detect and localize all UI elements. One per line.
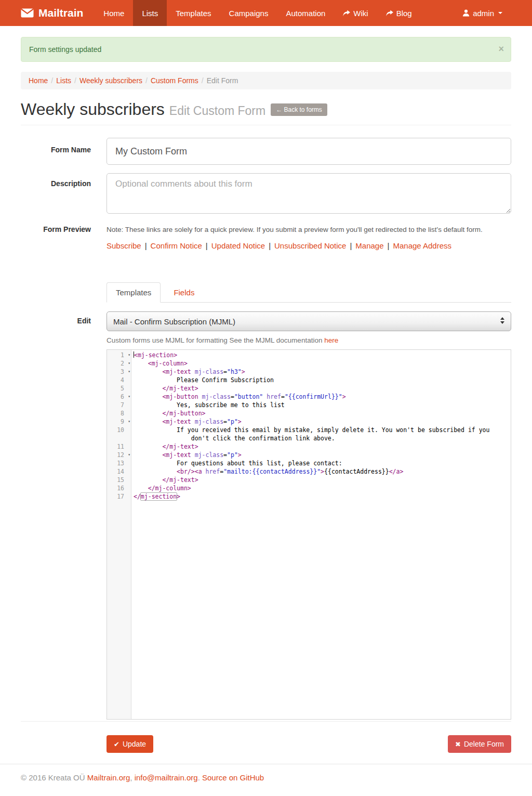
back-to-forms-button[interactable]: ← Back to forms xyxy=(271,103,327,116)
delete-form-button[interactable]: ✖ Delete Form xyxy=(448,735,511,753)
footer-separator: . xyxy=(198,773,200,782)
line-number: 1▾ xyxy=(107,351,131,359)
update-button-label: Update xyxy=(123,740,146,748)
fold-arrow-icon[interactable]: ▾ xyxy=(128,417,130,426)
email-link[interactable]: info@mailtrain.org xyxy=(135,773,198,782)
breadcrumb-weekly-subscribers[interactable]: Weekly subscribers xyxy=(79,76,142,85)
breadcrumb-home[interactable]: Home xyxy=(29,76,48,85)
update-button[interactable]: ✔ Update xyxy=(107,735,153,753)
form-name-input[interactable] xyxy=(107,138,511,165)
code-text: </mj-text> xyxy=(131,384,511,393)
nav-item-label: Templates xyxy=(176,9,211,18)
code-text: </mj-text> xyxy=(131,442,511,451)
code-line[interactable]: 14 <br/><a href="mailto:{{contactAddress… xyxy=(107,467,511,476)
description-textarea[interactable] xyxy=(107,173,511,214)
code-text: If you received this email by mistake, s… xyxy=(131,426,511,442)
tab-fields[interactable]: Fields xyxy=(164,282,204,303)
pipe-separator: | xyxy=(346,241,355,250)
nav-item-label: Lists xyxy=(142,9,158,18)
nav-item-label: Campaigns xyxy=(229,9,269,18)
close-icon[interactable]: × xyxy=(498,44,504,55)
code-line[interactable]: 10 If you received this email by mistake… xyxy=(107,426,511,442)
nav-item-label: Automation xyxy=(286,9,325,18)
breadcrumb-separator: / xyxy=(71,76,79,85)
code-text: </mj-column> xyxy=(131,484,511,492)
line-number: 15 xyxy=(107,476,131,484)
code-line[interactable]: 9▾ <mj-text mj-class="p"> xyxy=(107,417,511,426)
page-subtitle: Edit Custom Form xyxy=(169,104,265,118)
code-text: Please Confirm Subscription xyxy=(131,376,511,384)
code-line[interactable]: 5 </mj-text> xyxy=(107,384,511,393)
code-text: For questions about this list, please co… xyxy=(131,459,511,467)
code-text: </mj-button> xyxy=(131,409,511,417)
nav-links: Home Lists Templates Campaigns Automatio… xyxy=(95,0,420,26)
nav-item-automation[interactable]: Automation xyxy=(277,0,334,26)
pipe-separator: | xyxy=(141,241,151,250)
code-line[interactable]: 6▾ <mj-button mj-class="button" href="{{… xyxy=(107,393,511,401)
nav-item-label: Home xyxy=(103,9,124,18)
mjml-help-text: Custom forms use MJML for formatting See… xyxy=(107,336,511,344)
pipe-separator: | xyxy=(265,241,274,250)
edit-label: Edit xyxy=(21,311,91,720)
template-select[interactable]: Mail - Confirm Subscription (MJML) xyxy=(107,311,511,331)
code-editor[interactable]: 1▾<mj-section>2▾ <mj-column>3▾ <mj-text … xyxy=(107,349,511,720)
code-line[interactable]: 7 Yes, subscribe me to this list xyxy=(107,401,511,409)
tab-templates[interactable]: Templates xyxy=(107,282,161,303)
nav-item-campaigns[interactable]: Campaigns xyxy=(220,0,277,26)
code-line[interactable]: 4 Please Confirm Subscription xyxy=(107,376,511,384)
code-line[interactable]: 13 For questions about this list, please… xyxy=(107,459,511,467)
code-line[interactable]: 11 </mj-text> xyxy=(107,442,511,451)
fold-arrow-icon[interactable]: ▾ xyxy=(128,393,130,401)
code-line[interactable]: 16 </mj-column> xyxy=(107,484,511,492)
nav-item-templates[interactable]: Templates xyxy=(167,0,220,26)
form-preview-row: Form Preview Note: These links are solel… xyxy=(21,224,511,250)
preview-link-unsubscribed-notice[interactable]: Unsubscribed Notice xyxy=(274,241,346,250)
delete-button-label: Delete Form xyxy=(464,740,504,748)
code-line[interactable]: 17</mj-section> xyxy=(107,492,511,501)
fold-arrow-icon[interactable]: ▾ xyxy=(128,368,130,376)
preview-link-manage-address[interactable]: Manage Address xyxy=(393,241,451,250)
code-text: <mj-text mj-class="h3"> xyxy=(131,368,511,376)
user-menu[interactable]: admin xyxy=(454,0,511,26)
navbar-right: admin xyxy=(454,0,532,26)
code-line[interactable]: 8 </mj-button> xyxy=(107,409,511,417)
form-name-row: Form Name xyxy=(21,138,511,165)
mjml-documentation-link[interactable]: here xyxy=(324,336,338,344)
nav-item-label: Wiki xyxy=(353,9,368,18)
preview-link-subscribe[interactable]: Subscribe xyxy=(107,241,141,250)
source-github-link[interactable]: Source on GitHub xyxy=(202,773,264,782)
code-line[interactable]: 1▾<mj-section> xyxy=(107,351,511,359)
nav-item-lists[interactable]: Lists xyxy=(133,0,167,26)
nav-item-wiki[interactable]: Wiki xyxy=(334,0,377,26)
line-number: 4 xyxy=(107,376,131,384)
preview-link-confirm-notice[interactable]: Confirm Notice xyxy=(151,241,202,250)
code-text: <br/><a href="mailto:{{contactAddress}}"… xyxy=(131,467,511,476)
code-line[interactable]: 12▾ <mj-text mj-class="p"> xyxy=(107,451,511,459)
preview-link-manage[interactable]: Manage xyxy=(355,241,383,250)
code-text: <mj-column> xyxy=(131,359,511,368)
breadcrumb: Home/Lists/Weekly subscribers/Custom For… xyxy=(21,72,511,89)
breadcrumb-lists[interactable]: Lists xyxy=(56,76,71,85)
nav-item-blog[interactable]: Blog xyxy=(377,0,421,26)
code-text: <mj-section> xyxy=(131,351,511,359)
code-line[interactable]: 3▾ <mj-text mj-class="h3"> xyxy=(107,368,511,376)
line-number: 9▾ xyxy=(107,417,131,426)
fold-arrow-icon[interactable]: ▾ xyxy=(128,351,130,359)
form-preview-label: Form Preview xyxy=(21,224,91,250)
success-alert: Form settings updated × xyxy=(21,37,511,62)
preview-link-updated-notice[interactable]: Updated Notice xyxy=(211,241,265,250)
nav-item-home[interactable]: Home xyxy=(95,0,133,26)
preview-links: Subscribe|Confirm Notice|Updated Notice|… xyxy=(107,241,511,250)
form-name-label: Form Name xyxy=(21,138,91,165)
fold-arrow-icon[interactable]: ▾ xyxy=(128,359,130,368)
brand-link[interactable]: Mailtrain xyxy=(0,0,95,26)
line-number: 12▾ xyxy=(107,451,131,459)
mailtrain-org-link[interactable]: Mailtrain.org xyxy=(87,773,130,782)
breadcrumb-separator: / xyxy=(198,76,207,85)
fold-arrow-icon[interactable]: ▾ xyxy=(128,451,130,459)
code-line[interactable]: 15 </mj-text> xyxy=(107,476,511,484)
breadcrumb-custom-forms[interactable]: Custom Forms xyxy=(151,76,198,85)
line-number: 2▾ xyxy=(107,359,131,368)
line-number: 13 xyxy=(107,459,131,467)
code-line[interactable]: 2▾ <mj-column> xyxy=(107,359,511,368)
